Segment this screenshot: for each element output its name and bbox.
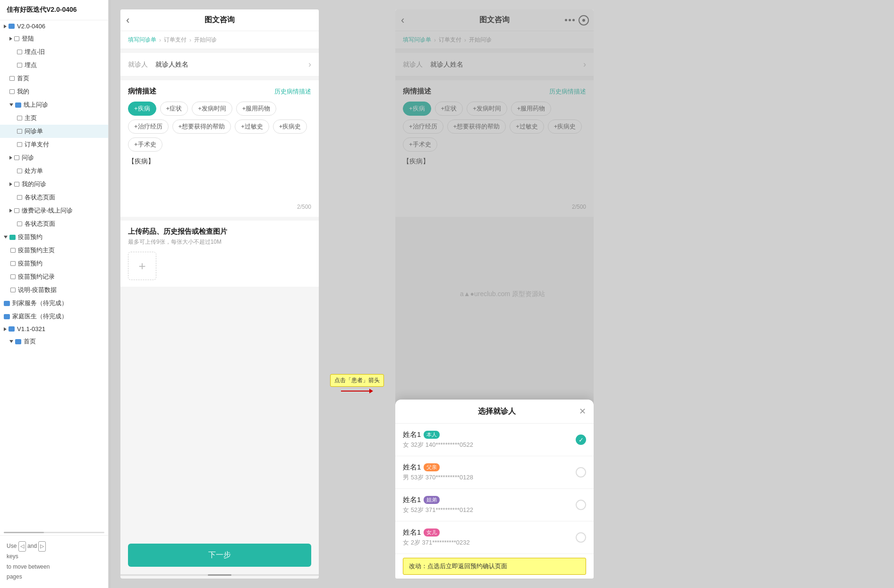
screen2-steps-bar: 填写问诊单 › 订单支付 › 开始问诊: [395, 31, 594, 49]
arrow-head-icon: [369, 389, 373, 393]
screen2-patient-row[interactable]: 就诊人 就诊人姓名 ›: [395, 53, 594, 77]
screen2-tag-help-needed[interactable]: +想要获得的帮助: [447, 119, 506, 134]
patient-item-1[interactable]: 姓名1 本人 女 32岁 140**********0522 ✓: [395, 424, 594, 456]
sidebar-item-label: 订单支付: [25, 140, 49, 149]
screen2-tag-surgery[interactable]: +手术史: [403, 137, 437, 152]
sidebar-item-vaccine-data[interactable]: 说明-疫苗数据: [0, 283, 108, 297]
sidebar-item-label: 问诊单: [25, 127, 43, 136]
screen2-disease-section: 病情描述 历史病情描述 +疾病 +症状 +发病时间 +服用药物 +治疗经历 +想…: [395, 80, 594, 217]
sidebar-item-v11-home[interactable]: 首页: [0, 335, 108, 348]
patient1-badge: 本人: [424, 431, 440, 439]
screen2-tag-treatment[interactable]: +治疗经历: [403, 119, 443, 134]
plus-icon: +: [138, 259, 145, 273]
patient4-name-row: 姓名1 女儿: [403, 528, 576, 537]
dot2: [569, 19, 571, 21]
screen2-char-counter: 2/500: [403, 204, 586, 210]
modal-close-button[interactable]: ✕: [579, 406, 586, 417]
screen2-tag-symptom[interactable]: +症状: [435, 102, 463, 116]
page-icon: [9, 89, 15, 94]
sidebar-item-label: 缴费记录-线上问诊: [22, 206, 73, 215]
prev-key[interactable]: ◁: [18, 541, 26, 552]
page-icon: [17, 195, 22, 200]
sidebar-item-vaccine-records[interactable]: 疫苗预约记录: [0, 270, 108, 283]
patient4-badge: 女儿: [424, 528, 440, 537]
patient2-detail: 男 53岁 370**********0128: [403, 473, 576, 482]
tag-disease-history[interactable]: +疾病史: [273, 119, 307, 134]
patient-item-3[interactable]: 姓名1 姐弟 女 52岁 371**********0122: [395, 489, 594, 521]
screen2-tag-medication[interactable]: +服用药物: [511, 102, 552, 116]
history-link[interactable]: 历史病情描述: [274, 87, 311, 96]
sidebar-item-label: 各状态页面: [25, 193, 55, 202]
radio-4[interactable]: [576, 532, 586, 543]
checkmark-icon: ✓: [579, 436, 584, 443]
tags-grid: +疾病 +症状 +发病时间 +服用药物 +治疗经历 +想要获得的帮助 +过敏史 …: [128, 102, 311, 152]
sidebar-item-family-doctor[interactable]: 家庭医生（待完成）: [0, 310, 108, 323]
sidebar-item-vaccine-home[interactable]: 疫苗预约主页: [0, 244, 108, 257]
screen2-history-link[interactable]: 历史病情描述: [549, 87, 586, 96]
radio-2[interactable]: [576, 467, 586, 477]
screen2-tag-allergy[interactable]: +过敏史: [510, 119, 544, 134]
sidebar-item-home[interactable]: 首页: [0, 72, 108, 85]
main-area: a▲●ureclub.com 原型资源站 ‹ 图文咨询 填写问诊单 › 订单支付…: [111, 0, 894, 588]
tag-symptom[interactable]: +症状: [160, 102, 188, 116]
sidebar-item-embed[interactable]: 埋点: [0, 59, 108, 72]
sidebar-item-vaccine[interactable]: 疫苗预约: [0, 230, 108, 244]
patient-row[interactable]: 就诊人 就诊人姓名 ›: [120, 53, 319, 77]
next-key[interactable]: ▷: [38, 541, 46, 552]
patient-item-4[interactable]: 姓名1 女儿 女 2岁 371**********0232: [395, 521, 594, 554]
sidebar-item-embed-old[interactable]: 埋点-旧: [0, 45, 108, 59]
tag-surgery[interactable]: +手术史: [128, 137, 162, 152]
sidebar-item-my-consult[interactable]: 我的问诊: [0, 178, 108, 191]
page-icon: [17, 116, 22, 120]
steps-bar: 填写问诊单 › 订单支付 › 开始问诊: [120, 31, 319, 49]
header-more-icon[interactable]: [565, 19, 575, 21]
sidebar-item-label: 说明-疫苗数据: [18, 286, 57, 294]
tag-allergy[interactable]: +过敏史: [235, 119, 269, 134]
page-icon: [14, 155, 19, 160]
sidebar-item-v2[interactable]: V2.0-0406: [0, 20, 108, 32]
sidebar-item-consult-home[interactable]: 主页: [0, 111, 108, 125]
target-icon[interactable]: [579, 15, 589, 26]
sidebar-item-prescription[interactable]: 处方单: [0, 164, 108, 178]
screen2-tag-disease[interactable]: +疾病: [403, 102, 431, 116]
sidebar-item-home-service[interactable]: 到家服务（待完成）: [0, 297, 108, 310]
screen2-back-button[interactable]: ‹: [401, 14, 404, 26]
chevron-down-icon: [9, 103, 13, 106]
sidebar-item-status-pages[interactable]: 各状态页面: [0, 191, 108, 204]
patient4-info: 姓名1 女儿 女 2岁 371**********0232: [403, 528, 576, 547]
sidebar-item-mine[interactable]: 我的: [0, 85, 108, 98]
sidebar-item-consult-form[interactable]: 问诊单: [0, 125, 108, 138]
radio-checked-1[interactable]: ✓: [576, 435, 586, 445]
tag-treatment[interactable]: +治疗经历: [128, 119, 169, 134]
tag-disease[interactable]: +疾病: [128, 102, 156, 116]
sidebar-item-label: 疫苗预约: [18, 233, 43, 241]
upload-hint: 最多可上传9张，每张大小不超过10M: [128, 238, 311, 246]
sidebar-item-vaccine-book[interactable]: 疫苗预约: [0, 257, 108, 270]
sidebar-item-payment-status[interactable]: 各状态页面: [0, 217, 108, 230]
upload-title: 上传药品、历史报告或检查图片: [128, 227, 311, 236]
sidebar-item-payment-records[interactable]: 缴费记录-线上问诊: [0, 204, 108, 217]
tag-onset-time[interactable]: +发病时间: [192, 102, 232, 116]
sidebar-item-v11[interactable]: V1.1-0321: [0, 323, 108, 335]
back-button[interactable]: ‹: [126, 14, 129, 26]
tag-help-needed[interactable]: +想要获得的帮助: [172, 119, 231, 134]
screen2-tag-onset-time[interactable]: +发病时间: [467, 102, 507, 116]
next-button[interactable]: 下一步: [128, 544, 311, 567]
page-icon: [14, 36, 19, 41]
sidebar-item-order-pay[interactable]: 订单支付: [0, 138, 108, 151]
patient-item-2[interactable]: 姓名1 父亲 男 53岁 370**********0128: [395, 456, 594, 489]
tag-medication[interactable]: +服用药物: [236, 102, 277, 116]
page-icon: [10, 274, 16, 279]
chevron-right-icon: [9, 182, 12, 186]
screen2-header: ‹ 图文咨询: [395, 9, 594, 31]
sidebar-footer: Use ◁ and ▷ keys to move between pages: [0, 535, 108, 588]
screen2-tag-disease-history[interactable]: +疾病史: [548, 119, 582, 134]
sidebar-item-login[interactable]: 登陆: [0, 32, 108, 45]
sidebar-item-online-consult[interactable]: 线上问诊: [0, 98, 108, 111]
screen2-patient-label: 就诊人: [403, 60, 423, 69]
screen2-step2-label: 订单支付: [439, 36, 461, 44]
sidebar-item-consult-group[interactable]: 问诊: [0, 151, 108, 164]
sidebar-item-label: 线上问诊: [24, 101, 48, 109]
upload-button[interactable]: +: [128, 252, 156, 280]
radio-3[interactable]: [576, 500, 586, 510]
